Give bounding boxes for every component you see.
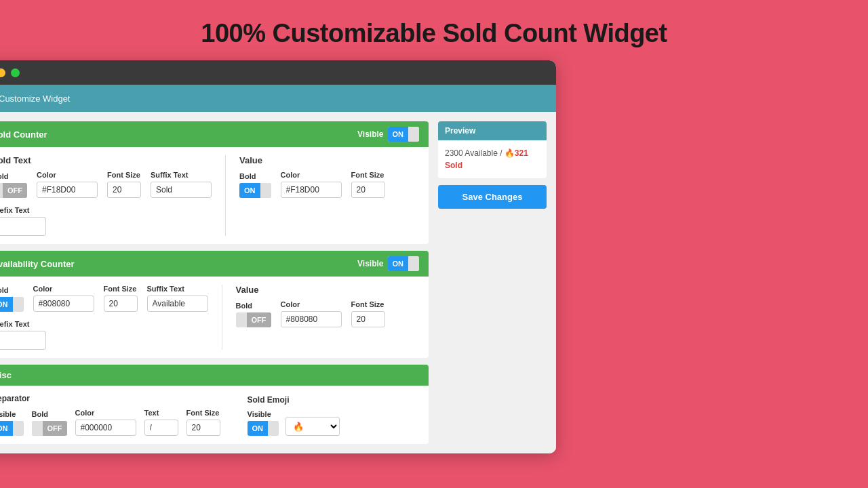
sep-bold-group: Bold OFF [32,410,67,436]
sep-visible-group: Visible ON [0,410,24,436]
toolbar-label: Customize Widget [0,94,70,104]
browser-content: Sold Counter Visible ON Sold Text [0,112,556,453]
sep-spacer [13,421,24,436]
sold-counter-on-label: ON [388,127,409,142]
emoji-spacer [268,421,279,436]
availability-value-title: Value [236,285,420,295]
preview-available: 2300 Available / [445,148,505,158]
separator-fields: Visible ON Bold [0,409,220,436]
separator-title: Separator [0,394,220,403]
sold-value-fontsize-group: Font Size [351,171,385,198]
sold-value-title: Value [239,155,419,165]
availability-suffix-label: Suffix Text [147,285,208,293]
sep-bold-spacer [32,421,43,436]
sold-value-fontsize-input[interactable] [351,182,385,198]
emoji-select-group: 🔥 ⭐ ✅ 🎉 [285,417,340,436]
sold-text-prefix-input[interactable] [0,217,46,236]
sep-fontsize-input[interactable] [186,420,220,436]
sep-text-group: Text [144,409,178,436]
sold-value-bold-group: Bold ON [239,172,271,198]
sold-value-subsection: Value Bold ON Color [239,155,419,236]
separator-group: Separator Visible ON [0,394,220,436]
sold-counter-section: Sold Counter Visible ON Sold Text [0,121,429,244]
preview-header: Preview [438,121,547,140]
sold-text-suffix-input[interactable] [151,182,212,198]
availability-value-bold-label: Bold [236,302,271,310]
sold-value-color-group: Color [281,171,342,198]
preview-box: Preview 2300 Available / 🔥321 Sold [438,121,547,178]
sold-value-color-input[interactable] [281,182,342,198]
availability-bold-label: Bold [0,286,24,294]
sold-text-bold-group: Bold OFF [0,172,27,198]
av-val-spacer [236,312,247,327]
sep-visible-label: Visible [0,410,24,418]
sep-text-label: Text [144,409,178,417]
availability-prefix-input[interactable] [0,331,46,350]
preview-emoji: 🔥 [505,148,515,158]
availability-prefix-row: Prefix Text [0,320,208,350]
main-panel: Sold Counter Visible ON Sold Text [0,121,429,444]
sep-text-input[interactable] [144,420,178,436]
availability-suffix-input[interactable] [147,296,208,312]
availability-value-fontsize-group: Font Size [351,300,385,327]
sold-text-fontsize-input[interactable] [107,182,141,198]
misc-title: Misc [0,370,12,380]
maximize-dot[interactable] [11,68,20,77]
minimize-dot[interactable] [0,68,5,77]
emoji-select[interactable]: 🔥 ⭐ ✅ 🎉 [285,417,340,436]
misc-section: Misc Separator Visible [0,365,429,444]
sold-text-color-group: Color [37,171,98,198]
save-changes-button[interactable]: Save Changes [438,185,547,209]
preview-body: 2300 Available / 🔥321 Sold [438,140,547,178]
sep-on-label: ON [0,421,13,436]
sold-counter-visible-label: Visible [357,129,383,139]
availability-on-label: ON [388,256,409,271]
sep-color-input[interactable] [75,420,136,436]
availability-value-subsection: Value Bold OFF Colo [236,285,420,350]
sold-text-bold-toggle[interactable]: OFF [0,183,27,198]
sold-value-color-label: Color [281,171,342,179]
misc-header: Misc [0,365,429,386]
emoji-visible-group: Visible ON [248,410,279,436]
availability-value-bold-toggle[interactable]: OFF [236,312,271,327]
sold-emoji-title: Sold Emoji [248,395,340,405]
browser-window: 📊 Customize Widget Sold Counter Visible … [0,60,556,453]
sold-text-color-input[interactable] [37,182,98,198]
sold-value-spacer [260,183,271,198]
availability-suffix-group: Suffix Text [147,285,208,312]
sep-bold-toggle[interactable]: OFF [32,421,67,436]
availability-value-fontsize-input[interactable] [351,311,385,327]
availability-fields: Bold ON Color [0,285,208,312]
sold-text-bold-off: OFF [3,183,27,198]
right-panel: Preview 2300 Available / 🔥321 Sold Save … [438,121,547,444]
availability-counter-title: Availability Counter [0,259,75,269]
availability-color-label: Color [33,285,94,293]
availability-visible-switch[interactable]: ON [388,256,420,271]
sold-counter-visible-toggle: Visible ON [357,127,419,142]
sep-visible-toggle[interactable]: ON [0,421,24,436]
sep-bold-label: Bold [32,410,67,418]
availability-fontsize-input[interactable] [104,296,138,312]
availability-value-color-group: Color [281,300,342,327]
availability-color-input[interactable] [33,296,94,312]
misc-row: Separator Visible ON [0,394,419,436]
app-toolbar: 📊 Customize Widget [0,85,556,112]
emoji-visible-toggle[interactable]: ON [248,421,279,436]
availability-fontsize-group: Font Size [104,285,138,312]
sold-counter-visible-switch[interactable]: ON [388,127,420,142]
availability-visible-toggle: Visible ON [357,256,419,271]
sold-text-bold-label: Bold [0,172,27,180]
sold-value-bold-toggle[interactable]: ON [239,183,271,198]
availability-left-subsection: Bold ON Color [0,285,208,350]
sold-counter-toggle-spacer [408,127,419,142]
sold-counter-body: Sold Text Bold OFF [0,147,429,244]
availability-value-color-label: Color [281,300,342,308]
availability-bold-toggle[interactable]: ON [0,297,24,312]
sep-fontsize-group: Font Size [186,409,220,436]
page-title: 100% Customizable Sold Count Widget [201,0,667,60]
availability-visible-label: Visible [357,259,383,268]
sold-emoji-group: Sold Emoji Visible ON [248,395,340,436]
availability-counter-section: Availability Counter Visible ON [0,251,429,358]
emoji-visible-label: Visible [248,410,279,418]
availability-value-color-input[interactable] [281,311,342,327]
